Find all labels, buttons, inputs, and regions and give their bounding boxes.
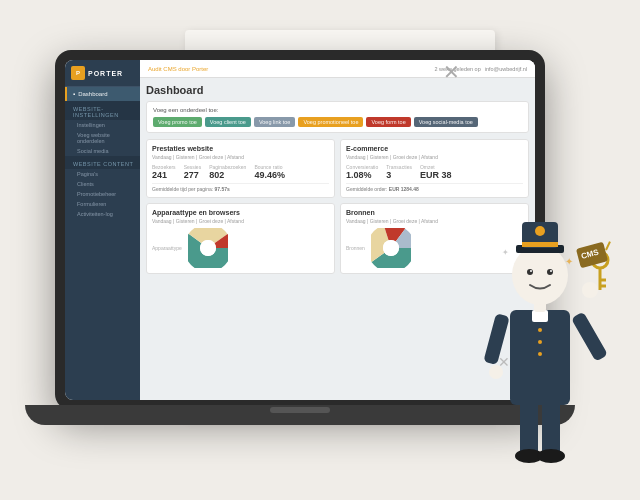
svg-rect-18 xyxy=(571,312,608,362)
sources-pie-svg xyxy=(371,228,411,268)
device-card-subtitle: Vandaag | Gisteren | Groei deze | Afstan… xyxy=(152,218,329,224)
sidebar-item-dashboard[interactable]: ▪ Dashboard xyxy=(65,87,140,101)
breadcrumb-text: Audit CMS door Porter xyxy=(148,66,208,72)
mascot-svg: CMS ✦ ✦ xyxy=(460,160,620,480)
website-stat-sessies: Sessies 277 xyxy=(184,164,202,180)
svg-point-20 xyxy=(582,282,598,298)
svg-point-38 xyxy=(535,226,545,236)
logo-icon: P xyxy=(71,66,85,80)
website-stat-bezoekers: Bezoekers 241 xyxy=(152,164,176,180)
device-chart-area: Apparaattype xyxy=(152,228,329,268)
stat-card-device: Apparaattype en browsers Vandaag | Giste… xyxy=(146,203,335,274)
dashboard-icon: ▪ xyxy=(73,91,75,97)
website-card-subtitle: Vandaag | Gisteren | Groei deze | Afstan… xyxy=(152,154,329,160)
svg-point-21 xyxy=(489,365,503,379)
ecommerce-footer-label: Gemiddelde order: xyxy=(346,186,387,192)
add-section-label: Voeg een onderdeel toe: xyxy=(153,107,522,113)
porter-mascot: CMS ✦ ✦ xyxy=(460,160,620,480)
svg-line-28 xyxy=(604,242,612,250)
sources-pie-chart xyxy=(371,228,411,268)
svg-point-12 xyxy=(537,449,565,463)
stat-value-pagina: 802 xyxy=(209,170,246,180)
topbar: Audit CMS door Porter 2 weke geleden op … xyxy=(140,60,535,78)
ecommerce-stat-omzet: Omzet EUR 38 xyxy=(420,164,452,180)
page-title: Dashboard xyxy=(146,84,529,96)
sidebar-item-activiteiten[interactable]: Activiteiten-log xyxy=(65,209,140,219)
stat-value-conversie: 1.08% xyxy=(346,170,378,180)
svg-point-30 xyxy=(512,245,568,305)
svg-point-31 xyxy=(527,269,533,275)
website-footer-value: 97.57s xyxy=(215,186,230,192)
device-pie-chart xyxy=(188,228,228,268)
ecommerce-stat-trans: Transacties 3 xyxy=(386,164,412,180)
add-section: Voeg een onderdeel toe: Voeg promo toe V… xyxy=(146,101,529,133)
topbar-email: info@uwbedrijf.nl xyxy=(485,66,527,72)
svg-rect-37 xyxy=(522,242,558,247)
add-social-button[interactable]: Voeg social-media toe xyxy=(414,117,478,127)
add-promo-button[interactable]: Voeg promo toe xyxy=(153,117,202,127)
svg-rect-13 xyxy=(510,310,570,405)
svg-point-8 xyxy=(383,240,399,256)
svg-point-33 xyxy=(530,270,532,272)
sidebar-item-voeg-website[interactable]: Voeg website onderdelen xyxy=(65,130,140,146)
stat-value-bounce: 49.46% xyxy=(254,170,285,180)
sidebar-label-dashboard: Dashboard xyxy=(78,91,107,97)
sidebar-item-clients[interactable]: Clients xyxy=(65,179,140,189)
stat-value-bezoekers: 241 xyxy=(152,170,176,180)
sidebar-label-website-settings: Website-instellingen xyxy=(73,106,134,118)
svg-text:✦: ✦ xyxy=(502,248,509,257)
svg-rect-19 xyxy=(483,313,509,365)
sidebar-section-website-content: Website content xyxy=(65,156,140,169)
svg-rect-10 xyxy=(542,400,560,455)
svg-point-16 xyxy=(538,352,542,356)
device-pie-svg xyxy=(188,228,228,268)
svg-point-15 xyxy=(538,340,542,344)
sources-section-label: Bronnen xyxy=(346,245,365,251)
svg-point-34 xyxy=(550,270,552,272)
svg-point-3 xyxy=(200,240,216,256)
add-buttons-container: Voeg promo toe Voeg client toe Voeg link… xyxy=(153,117,522,127)
add-link-button[interactable]: Voeg link toe xyxy=(254,117,296,127)
stat-value-omzet: EUR 38 xyxy=(420,170,452,180)
add-client-button[interactable]: Voeg client toe xyxy=(205,117,251,127)
stat-value-sessies: 277 xyxy=(184,170,202,180)
website-stat-numbers: Bezoekers 241 Sessies 277 Paginabezoeken xyxy=(152,164,329,180)
stat-value-trans: 3 xyxy=(386,170,412,180)
website-card-title: Prestaties website xyxy=(152,145,329,152)
website-footer-label: Gemiddelde tijd per pagina: xyxy=(152,186,213,192)
sidebar-item-promotie[interactable]: Promotiebeheer xyxy=(65,189,140,199)
sidebar-logo: P PORTER xyxy=(65,60,140,87)
website-stat-bounce: Bounce ratio 49.46% xyxy=(254,164,285,180)
website-stat-footer: Gemiddelde tijd per pagina: 97.57s xyxy=(152,183,329,192)
website-stat-pagina: Paginabezoeken 802 xyxy=(209,164,246,180)
sidebar-item-instellingen[interactable]: Instellingen xyxy=(65,120,140,130)
ecommerce-stat-ratio: Conversieratio 1.08% xyxy=(346,164,378,180)
breadcrumb: Audit CMS door Porter xyxy=(148,66,208,72)
add-promotioneel-button[interactable]: Voeg promotioneel toe xyxy=(298,117,363,127)
device-section-label: Apparaattype xyxy=(152,245,182,251)
scene: ✕ ✕ P PORTER ▪ Dashboard Website-in xyxy=(0,0,640,500)
deco-cross-1: ✕ xyxy=(443,60,460,84)
svg-rect-9 xyxy=(520,400,538,455)
stat-card-website: Prestaties website Vandaag | Gisteren | … xyxy=(146,139,335,198)
sidebar-section-website-settings: Website-instellingen xyxy=(65,101,140,120)
svg-text:✦: ✦ xyxy=(565,256,573,267)
add-form-button[interactable]: Voeg form toe xyxy=(366,117,410,127)
sidebar: P PORTER ▪ Dashboard Website-instellinge… xyxy=(65,60,140,400)
logo-text: PORTER xyxy=(88,70,123,77)
ecommerce-card-title: E-commerce xyxy=(346,145,523,152)
sidebar-item-paginas[interactable]: Pagina's xyxy=(65,169,140,179)
device-card-title: Apparaattype en browsers xyxy=(152,209,329,216)
sidebar-label-website-content: Website content xyxy=(73,161,133,167)
sidebar-item-social-media[interactable]: Social media xyxy=(65,146,140,156)
sidebar-item-formulieren[interactable]: Formulieren xyxy=(65,199,140,209)
svg-point-14 xyxy=(538,328,542,332)
ecommerce-footer-value: EUR 1284.48 xyxy=(389,186,419,192)
svg-point-32 xyxy=(547,269,553,275)
